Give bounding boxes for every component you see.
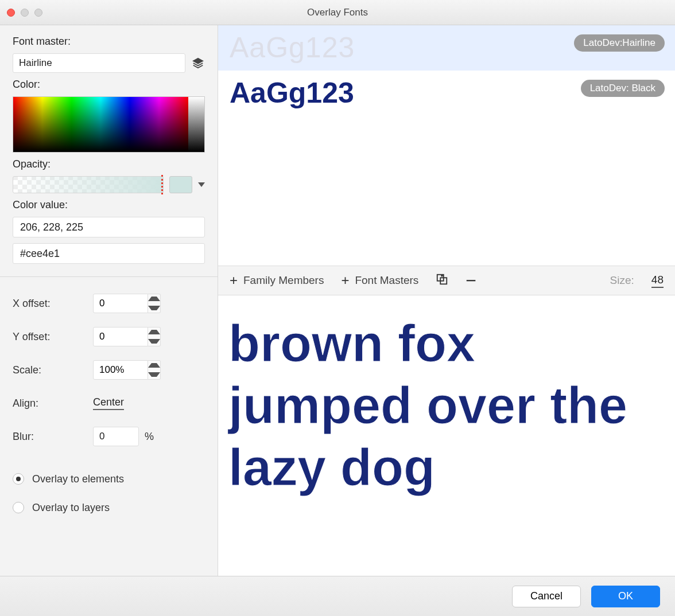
color-picker[interactable] xyxy=(13,96,205,153)
y-offset-up[interactable] xyxy=(148,328,160,337)
color-swatch[interactable] xyxy=(169,176,192,193)
chevron-up-icon xyxy=(148,330,160,334)
x-offset-label: X offset: xyxy=(13,298,93,310)
color-picker-field[interactable] xyxy=(13,97,188,152)
color-rgb-input[interactable] xyxy=(13,217,205,237)
opacity-row xyxy=(13,176,205,193)
x-offset-input[interactable] xyxy=(93,294,148,313)
y-offset-input[interactable] xyxy=(93,327,148,346)
x-offset-row: X offset: xyxy=(13,290,205,317)
scale-up[interactable] xyxy=(148,361,160,370)
family-members-label: Family Members xyxy=(243,274,324,287)
blur-unit: % xyxy=(145,431,154,443)
y-offset-arrows xyxy=(148,327,161,346)
preview-row-black[interactable]: AaGg123 LatoDev: Black xyxy=(218,71,675,266)
preview-pane: AaGg123 LatoDev:Hairline AaGg123 LatoDev… xyxy=(218,25,675,576)
y-offset-row: Y offset: xyxy=(13,323,205,350)
font-badge-hairline: LatoDev:Hairline xyxy=(574,34,665,52)
color-hex-input[interactable] xyxy=(13,243,205,264)
preview-row-hairline[interactable]: AaGg123 LatoDev:Hairline xyxy=(218,25,675,71)
overlay-elements-radio-row[interactable]: Overlay to elements xyxy=(13,467,205,490)
align-label: Align: xyxy=(13,397,93,410)
big-preview: brown fox jumped over the lazy dog xyxy=(218,295,675,576)
font-master-input[interactable] xyxy=(13,53,185,73)
align-dropdown[interactable]: Center xyxy=(93,396,124,410)
font-masters-label: Font Masters xyxy=(355,274,418,287)
overlay-layers-radio-row[interactable]: Overlay to layers xyxy=(13,496,205,519)
sidebar-divider xyxy=(0,276,218,277)
swatch-dropdown-icon[interactable] xyxy=(198,182,205,187)
layers-icon[interactable] xyxy=(191,56,205,70)
overlay-layers-radio[interactable] xyxy=(13,502,24,513)
size-label: Size: xyxy=(610,274,634,287)
align-row: Align: Center xyxy=(13,389,205,417)
titlebar: Overlay Fonts xyxy=(0,0,675,25)
y-offset-down[interactable] xyxy=(148,337,160,346)
ok-button[interactable]: OK xyxy=(591,586,660,607)
x-offset-down[interactable] xyxy=(148,303,160,313)
chevron-up-icon xyxy=(148,363,160,368)
scale-label: Scale: xyxy=(13,364,93,376)
opacity-slider[interactable] xyxy=(13,176,164,193)
body: Font master: Color: Opacity: xyxy=(0,25,675,576)
window-title: Overlay Fonts xyxy=(0,7,675,18)
add-font-masters-button[interactable]: + Font Masters xyxy=(341,274,418,287)
remove-button[interactable]: − xyxy=(465,271,476,290)
plus-icon: + xyxy=(230,274,238,287)
overlap-icon[interactable] xyxy=(436,273,448,288)
spacer xyxy=(13,456,205,462)
scale-input[interactable] xyxy=(93,360,148,380)
chevron-down-icon xyxy=(148,306,160,310)
color-picker-brightness[interactable] xyxy=(188,97,204,152)
big-preview-text: brown fox jumped over the lazy dog xyxy=(228,313,665,498)
font-master-row xyxy=(13,53,205,73)
opacity-label: Opacity: xyxy=(13,158,205,170)
blur-input[interactable] xyxy=(93,427,139,446)
x-offset-up[interactable] xyxy=(148,294,160,303)
sidebar: Font master: Color: Opacity: xyxy=(0,25,218,576)
opacity-handle[interactable] xyxy=(161,175,163,194)
add-family-members-button[interactable]: + Family Members xyxy=(230,274,324,287)
cancel-button[interactable]: Cancel xyxy=(512,586,581,607)
scale-down[interactable] xyxy=(148,370,160,379)
size-value[interactable]: 48 xyxy=(651,274,664,288)
y-offset-label: Y offset: xyxy=(13,331,93,343)
plus-icon: + xyxy=(341,274,349,287)
font-badge-black: LatoDev: Black xyxy=(581,80,665,97)
color-value-label: Color value: xyxy=(13,199,205,211)
scale-row: Scale: xyxy=(13,356,205,384)
overlay-elements-label: Overlay to elements xyxy=(32,473,124,485)
footer: Cancel OK xyxy=(0,576,675,616)
scale-arrows xyxy=(148,360,161,380)
chevron-up-icon xyxy=(148,297,160,301)
x-offset-stepper xyxy=(93,294,161,313)
blur-label: Blur: xyxy=(13,431,93,443)
chevron-down-icon xyxy=(148,372,160,377)
color-label: Color: xyxy=(13,79,205,91)
window: Overlay Fonts Font master: Color: xyxy=(0,0,675,616)
overlay-layers-label: Overlay to layers xyxy=(32,502,110,514)
blur-row: Blur: % xyxy=(13,423,205,450)
y-offset-stepper xyxy=(93,327,161,346)
chevron-down-icon xyxy=(148,339,160,344)
overlay-elements-radio[interactable] xyxy=(13,473,24,485)
font-master-label: Font master: xyxy=(13,36,205,48)
x-offset-arrows xyxy=(148,294,161,313)
preview-toolbar: + Family Members + Font Masters − xyxy=(218,266,675,295)
scale-stepper xyxy=(93,360,161,380)
